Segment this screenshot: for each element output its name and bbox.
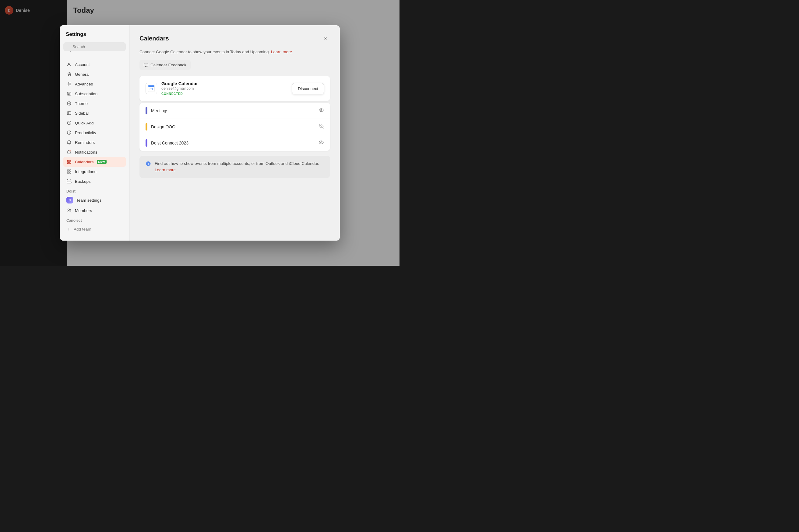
nav-backups-label: Backups (75, 179, 91, 184)
new-badge: NEW (97, 160, 107, 164)
nav-item-theme[interactable]: Theme (63, 98, 126, 108)
team-icon: d (66, 197, 73, 204)
design-ooo-color-dot (146, 123, 147, 131)
nav-item-calendars[interactable]: Calendars NEW (63, 157, 126, 167)
google-calendar-icon: 31 (146, 83, 157, 94)
nav-advanced-label: Advanced (75, 82, 93, 87)
nav-reminders-label: Reminders (75, 140, 95, 145)
settings-search-input[interactable] (63, 42, 126, 51)
nav-members-label: Members (75, 208, 92, 213)
info-box: i Find out how to show events from multi… (140, 156, 330, 178)
calendars-content: Calendars × Connect Google Calendar to s… (130, 25, 340, 241)
meetings-visibility-toggle[interactable] (319, 107, 324, 114)
doist-connect-visibility-toggle[interactable] (319, 139, 324, 146)
svg-point-29 (321, 110, 322, 111)
nav-theme-label: Theme (75, 101, 88, 106)
disconnect-button[interactable]: Disconnect (292, 83, 324, 94)
settings-modal: Settings 🔍 Account General (60, 25, 340, 241)
gcal-email: denise@gmail.com (161, 87, 288, 91)
svg-point-31 (321, 142, 322, 143)
section-doist-label: Doist (63, 186, 126, 195)
quickadd-icon (66, 120, 72, 126)
svg-text:i: i (148, 162, 149, 166)
gcal-name: Google Calendar (161, 81, 288, 86)
svg-point-6 (69, 84, 69, 86)
nav-item-backups[interactable]: Backups (63, 176, 126, 186)
theme-icon (66, 101, 72, 106)
search-wrap: 🔍 (63, 42, 126, 56)
calendar-item-doist-connect: Doist Connect 2023 (140, 135, 330, 151)
nav-item-account[interactable]: Account (63, 60, 126, 69)
google-calendar-card: 31 Google Calendar denise@gmail.com CONN… (140, 76, 330, 101)
add-team-icon: ＋ (66, 226, 71, 232)
calendar-list: Meetings Design OOO (140, 103, 330, 151)
nav-team-settings-label: Team settings (76, 198, 102, 203)
nav-item-quickadd[interactable]: Quick Add (63, 118, 126, 128)
feedback-button-label: Calendar Feedback (150, 63, 186, 67)
svg-rect-16 (69, 170, 71, 171)
svg-point-0 (69, 63, 70, 64)
google-calendar-info: Google Calendar denise@gmail.com CONNECT… (161, 81, 288, 96)
svg-point-11 (69, 150, 71, 152)
design-ooo-visibility-toggle[interactable] (319, 124, 324, 130)
calendars-icon (66, 159, 72, 165)
account-icon (66, 62, 72, 67)
nav-general-label: General (75, 72, 90, 77)
nav-item-sidebar[interactable]: Sidebar (63, 108, 126, 118)
nav-productivity-label: Productivity (75, 131, 96, 135)
close-icon: × (324, 35, 327, 42)
nav-item-reminders[interactable]: Reminders (63, 137, 126, 147)
subscription-icon (66, 91, 72, 96)
svg-point-30 (319, 141, 323, 144)
connected-badge: CONNECTED (161, 92, 183, 96)
nav-calendars-label: Calendars (75, 160, 94, 164)
svg-point-20 (69, 209, 71, 210)
page-title: Calendars (140, 35, 169, 42)
integrations-icon (66, 169, 72, 174)
svg-rect-15 (67, 170, 69, 171)
nav-item-notifications[interactable]: Notifications (63, 147, 126, 157)
nav-sidebar-label: Sidebar (75, 111, 89, 116)
add-team-label: Add team (74, 227, 91, 231)
nav-item-general[interactable]: General (63, 69, 126, 79)
calendar-item-design-ooo: Design OOO (140, 119, 330, 135)
svg-point-4 (68, 82, 69, 83)
advanced-icon (66, 81, 72, 87)
nav-integrations-label: Integrations (75, 169, 96, 174)
settings-sidebar: Settings 🔍 Account General (60, 25, 130, 241)
svg-point-5 (70, 84, 71, 84)
close-button[interactable]: × (321, 34, 330, 43)
add-team-row[interactable]: ＋ Add team (63, 224, 126, 234)
svg-point-28 (319, 109, 323, 112)
settings-title: Settings (63, 31, 126, 42)
svg-rect-17 (67, 172, 69, 173)
nav-item-subscription[interactable]: Subscription (63, 89, 126, 98)
gear-icon (66, 72, 72, 77)
learn-more-link-2[interactable]: Learn more (155, 168, 176, 172)
doist-connect-label: Doist Connect 2023 (151, 140, 315, 146)
meetings-label: Meetings (151, 108, 315, 113)
productivity-icon (66, 130, 72, 135)
reminders-icon (66, 139, 72, 145)
info-icon: i (146, 161, 151, 169)
meetings-color-dot (146, 107, 147, 114)
learn-more-link-1[interactable]: Learn more (271, 50, 292, 54)
members-icon (66, 208, 72, 213)
nav-account-label: Account (75, 62, 90, 67)
nav-item-productivity[interactable]: Productivity (63, 128, 126, 137)
sidebar-icon (66, 110, 72, 116)
nav-item-team-settings[interactable]: d Team settings (63, 195, 126, 206)
nav-item-advanced[interactable]: Advanced (63, 79, 126, 89)
nav-item-integrations[interactable]: Integrations (63, 167, 126, 176)
modal-overlay: Settings 🔍 Account General (0, 0, 399, 266)
modal-header: Calendars × (140, 34, 330, 43)
design-ooo-label: Design OOO (151, 125, 315, 129)
nav-quickadd-label: Quick Add (75, 121, 94, 125)
svg-text:31: 31 (149, 87, 153, 91)
svg-rect-27 (148, 86, 155, 87)
backups-icon (66, 178, 72, 184)
calendar-feedback-button[interactable]: Calendar Feedback (140, 60, 190, 70)
nav-notifications-label: Notifications (75, 150, 97, 154)
notifications-icon (66, 149, 72, 155)
nav-item-members[interactable]: Members (63, 206, 126, 215)
